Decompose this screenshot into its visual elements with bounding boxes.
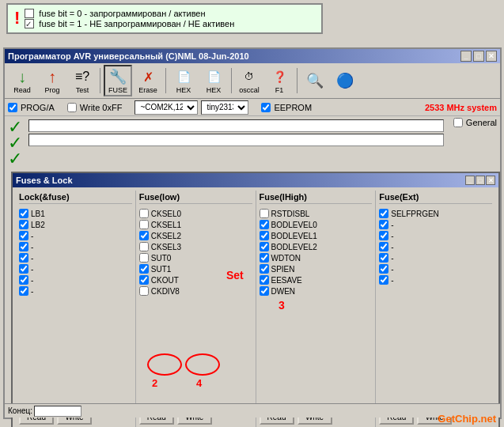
f1-icon: ❓ (270, 67, 289, 86)
test-toolbar-button[interactable]: ≡? Test (68, 66, 97, 96)
extra2-toolbar-button[interactable]: 🔵 (331, 70, 359, 92)
lock-3-checkbox[interactable] (19, 231, 28, 240)
legend-text-1: fuse bit = 1 - НЕ запрограммирован / НЕ … (39, 19, 234, 28)
lock-8-checkbox[interactable] (19, 286, 28, 296)
main-title: Программатор AVR универсальный (C)NML 08… (8, 51, 249, 61)
low-sut0-checkbox[interactable] (139, 253, 149, 263)
com-selector[interactable]: ~COM2K,128 (135, 100, 198, 115)
osccal-label: osccal (239, 86, 260, 94)
lock-4-checkbox[interactable] (19, 242, 28, 251)
hex2-toolbar-button[interactable]: 📄 HEX (199, 66, 228, 96)
fuse-toolbar-button[interactable]: 🔧 FUSE (104, 65, 132, 96)
fuses-titlebar: Fuses & Lock _ □ ✕ (13, 173, 498, 187)
device-selector[interactable]: tiny2313 (201, 100, 248, 115)
ext-selfprgen-checkbox[interactable] (379, 209, 388, 218)
high-eesave-label: EESAVE (271, 276, 302, 285)
fusehigh-column: Fuse(lHigh) RSTDISBL BODLEVEL0 BODLEVEL1… (256, 191, 377, 427)
fuse-icon: 🔧 (108, 67, 127, 86)
lock-7-checkbox[interactable] (19, 275, 28, 285)
low-cksel3-checkbox[interactable] (139, 242, 149, 251)
fuses-close-button[interactable]: ✕ (486, 176, 495, 185)
f1-toolbar-button[interactable]: ❓ F1 (265, 66, 294, 96)
list-item: - (379, 275, 492, 285)
low-cksel0-checkbox[interactable] (139, 209, 149, 218)
list-item: - (379, 242, 492, 251)
high-bodlevel0-checkbox[interactable] (260, 220, 269, 229)
status-bar: Конец: (5, 403, 500, 418)
ext-5-label: - (391, 254, 393, 263)
lock-5-label: - (31, 254, 33, 263)
high-dwen-checkbox[interactable] (260, 286, 269, 296)
low-cksel2-checkbox[interactable] (139, 231, 149, 240)
high-spien-checkbox[interactable] (260, 264, 269, 274)
lock-6-checkbox[interactable] (19, 264, 28, 274)
list-item: CKSEL1 (139, 220, 252, 229)
lock-lb1-checkbox[interactable] (19, 209, 28, 218)
list-item: - (19, 231, 132, 240)
ext-5-checkbox[interactable] (379, 253, 388, 263)
high-bodlevel1-checkbox[interactable] (260, 231, 269, 240)
lock-5-checkbox[interactable] (19, 253, 28, 263)
low-sut1-checkbox[interactable] (139, 264, 149, 274)
prog-toolbar-button[interactable]: ↑ Prog (38, 66, 66, 96)
fuses-minimize-button[interactable]: _ (465, 176, 475, 185)
general-checkbox[interactable] (453, 118, 463, 127)
ext-6-label: - (391, 265, 393, 274)
extra1-toolbar-button[interactable]: 🔍 (301, 70, 329, 92)
high-bodlevel1-label: BODLEVEL1 (271, 232, 317, 240)
high-rstdisbl-checkbox[interactable] (260, 209, 269, 218)
list-item: SUT0 (139, 253, 252, 263)
main-window-controls: _ □ ✕ (460, 51, 497, 62)
list-item: BODLEVEL0 (260, 220, 373, 229)
legend-checkbox-0 (25, 9, 34, 18)
general-label: General (466, 118, 497, 127)
lock-8-label: - (31, 287, 33, 296)
low-ckout-checkbox[interactable] (139, 275, 149, 285)
prog-checkbox[interactable] (8, 103, 17, 112)
main-window: Программатор AVR универсальный (C)NML 08… (3, 47, 502, 419)
lock-lb2-checkbox[interactable] (19, 220, 28, 229)
list-item: BODLEVEL1 (260, 231, 373, 240)
maximize-button[interactable]: □ (473, 51, 484, 62)
osccal-toolbar-button[interactable]: ⏱ osccal (235, 66, 263, 96)
fuseext-column: Fuse(Ext) SELFPRGEN - - - - - - Read Wri… (376, 191, 495, 427)
list-item: SELFPRGEN (379, 209, 492, 218)
high-eesave-checkbox[interactable] (260, 275, 269, 285)
list-item: WDTON (260, 253, 373, 263)
high-wdton-checkbox[interactable] (260, 253, 269, 263)
high-bodlevel2-checkbox[interactable] (260, 242, 269, 251)
close-button[interactable]: ✕ (486, 51, 497, 62)
minimize-button[interactable]: _ (460, 51, 472, 62)
konec-label: Конец: (8, 406, 32, 415)
ext-7-checkbox[interactable] (379, 275, 388, 285)
read-toolbar-button[interactable]: ↓ Read (8, 66, 36, 96)
eeprom-checkbox[interactable] (261, 103, 271, 112)
ext-2-label: - (391, 221, 393, 229)
hex1-toolbar-button[interactable]: 📄 HEX (169, 66, 198, 96)
fuselow-header: Fuse(low) (139, 192, 252, 204)
getchip-watermark: GetChip.net (438, 413, 496, 425)
toolbar-separator-2 (165, 68, 166, 93)
write0xff-label: Write 0xFF (80, 103, 123, 112)
fuses-dialog: Fuses & Lock _ □ ✕ Lock(&fuse) LB1 LB2 -… (11, 172, 500, 427)
ext-7-label: - (391, 276, 393, 285)
konec-input[interactable] (34, 406, 81, 417)
low-ckdiv8-checkbox[interactable] (139, 286, 149, 296)
low-cksel1-checkbox[interactable] (139, 220, 149, 229)
ext-4-checkbox[interactable] (379, 242, 388, 251)
toolbar-separator-3 (231, 68, 232, 93)
write0xff-checkbox[interactable] (67, 103, 77, 112)
list-item: DWEN (260, 286, 373, 296)
ext-3-checkbox[interactable] (379, 231, 388, 240)
prog-icon: ↑ (43, 67, 62, 86)
fusehigh-header: Fuse(lHigh) (260, 192, 373, 204)
erase-toolbar-button[interactable]: ✗ Erase (134, 66, 162, 96)
list-item: CKSEL0 (139, 209, 252, 218)
low-sut1-label: SUT1 (151, 265, 172, 274)
fuses-maximize-button[interactable]: □ (476, 176, 485, 185)
ext-2-checkbox[interactable] (379, 220, 388, 229)
hex1-icon: 📄 (174, 67, 193, 86)
high-spien-label: SPIEN (271, 265, 295, 274)
ext-6-checkbox[interactable] (379, 264, 388, 274)
list-item: - (19, 242, 132, 251)
